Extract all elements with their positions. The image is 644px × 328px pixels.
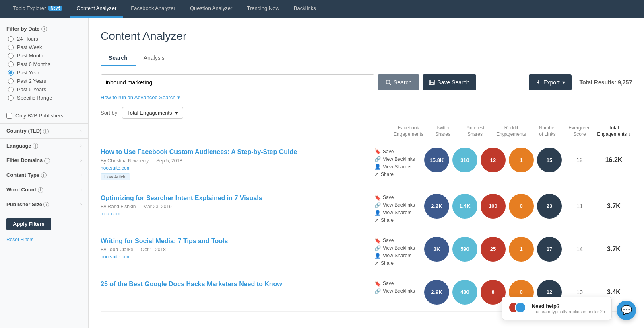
view-sharers-link-3[interactable]: 👤 View Sharers bbox=[374, 253, 423, 259]
article-title-1[interactable]: How to Use Facebook Custom Audiences: A … bbox=[101, 148, 370, 156]
search-input[interactable] bbox=[101, 74, 374, 90]
metric-facebook-4: 2.9K bbox=[424, 280, 449, 305]
article-title-2[interactable]: Optimizing for Searcher Intent Explained… bbox=[101, 194, 370, 203]
metric-twitter-3: 590 bbox=[452, 237, 477, 262]
metrics-row-1: 15.8K 310 12 1 15 12 16.2K bbox=[423, 148, 632, 172]
search-button[interactable]: Search bbox=[378, 74, 419, 90]
nav-trending-now[interactable]: Trending Now bbox=[240, 0, 285, 18]
metrics-row-3: 3K 590 25 1 17 14 3.7K bbox=[423, 237, 632, 262]
filter-domains[interactable]: Filter Domains i › bbox=[0, 153, 88, 168]
article-domain-1[interactable]: hootsuite.com bbox=[101, 165, 370, 171]
metric-pinterest-1: 12 bbox=[481, 148, 506, 172]
metric-reddit-3: 1 bbox=[509, 237, 534, 262]
save-link-3[interactable]: 🔖 Save bbox=[374, 238, 423, 244]
export-icon bbox=[535, 80, 541, 85]
tab-search[interactable]: Search bbox=[101, 51, 136, 66]
article-meta-1: By Christina Newberry — Sep 5, 2018 bbox=[101, 158, 370, 164]
nav-backlinks[interactable]: Backlinks bbox=[287, 0, 322, 18]
filter-word-count-chevron: › bbox=[80, 187, 82, 193]
sort-row: Sort by Total Engagements ▾ bbox=[101, 107, 632, 119]
nav-question-analyzer[interactable]: Question Analyzer bbox=[184, 0, 239, 18]
nav-topic-explorer-label: Topic Explorer bbox=[13, 5, 46, 11]
page-title: Content Analyzer bbox=[101, 30, 632, 43]
col-header-facebook: FacebookEngagements bbox=[390, 125, 427, 137]
help-subtitle: The team typically replies in under 2h bbox=[532, 309, 605, 314]
date-option-year[interactable]: Past Year bbox=[8, 70, 82, 76]
date-radio-month[interactable] bbox=[8, 53, 14, 59]
date-radio-6months[interactable] bbox=[8, 62, 14, 67]
export-button[interactable]: Export ▾ bbox=[529, 74, 571, 90]
bookmark-icon: 🔖 bbox=[374, 238, 381, 244]
link-icon: 🔗 bbox=[374, 245, 381, 251]
date-radio-range[interactable] bbox=[8, 95, 14, 101]
date-option-2years[interactable]: Past 2 Years bbox=[8, 78, 82, 84]
person-icon: 👤 bbox=[374, 210, 381, 216]
filter-country[interactable]: Country (TLD) i › bbox=[0, 123, 88, 138]
date-radio-week[interactable] bbox=[8, 45, 14, 50]
filter-word-count[interactable]: Word Count i › bbox=[0, 182, 88, 197]
save-search-button[interactable]: Save Search bbox=[423, 74, 476, 90]
col-header-pinterest: PinterestShares bbox=[459, 125, 491, 137]
view-backlinks-link-1[interactable]: 🔗 View Backlinks bbox=[374, 156, 423, 162]
filter-content-type[interactable]: Content Type i › bbox=[0, 168, 88, 182]
advanced-search-link[interactable]: How to run an Advanced Search ▾ bbox=[101, 94, 180, 100]
svg-point-0 bbox=[386, 80, 390, 84]
save-link-4[interactable]: 🔖 Save bbox=[374, 281, 423, 287]
date-radio-year[interactable] bbox=[8, 70, 14, 76]
b2b-publishers-checkbox[interactable] bbox=[6, 113, 12, 119]
filter-content-type-label: Content Type i bbox=[6, 172, 47, 178]
view-sharers-link-1[interactable]: 👤 View Sharers bbox=[374, 164, 423, 170]
date-option-week[interactable]: Past Week bbox=[8, 44, 82, 50]
view-backlinks-link-4[interactable]: 🔗 View Backlinks bbox=[374, 288, 423, 294]
view-backlinks-link-2[interactable]: 🔗 View Backlinks bbox=[374, 202, 423, 208]
tab-analysis[interactable]: Analysis bbox=[136, 51, 173, 66]
date-option-24h[interactable]: 24 Hours bbox=[8, 36, 82, 42]
date-option-range[interactable]: Specific Range bbox=[8, 95, 82, 101]
help-avatars bbox=[508, 302, 528, 315]
reset-filters-link[interactable]: Reset Filters bbox=[0, 237, 88, 242]
svg-rect-3 bbox=[431, 80, 433, 82]
date-option-6months[interactable]: Past 6 Months bbox=[8, 61, 82, 67]
column-headers: FacebookEngagements TwitterShares Pinter… bbox=[101, 125, 632, 141]
sort-dropdown[interactable]: Total Engagements ▾ bbox=[122, 107, 183, 119]
date-option-month[interactable]: Past Month bbox=[8, 53, 82, 59]
date-option-5years[interactable]: Past 5 Years bbox=[8, 86, 82, 92]
filter-date-info-icon[interactable]: i bbox=[41, 26, 47, 32]
article-title-3[interactable]: Writing for Social Media: 7 Tips and Too… bbox=[101, 237, 370, 246]
filter-domains-label: Filter Domains i bbox=[6, 157, 50, 164]
articles-list: How to Use Facebook Custom Audiences: A … bbox=[101, 141, 632, 312]
article-title-4[interactable]: 25 of the Best Google Docs Hacks Markete… bbox=[101, 280, 370, 289]
nav-facebook-analyzer[interactable]: Facebook Analyzer bbox=[124, 0, 182, 18]
share-link-1[interactable]: ↗ Share bbox=[374, 171, 423, 177]
b2b-publishers-checkbox-row[interactable]: Only B2B Publishers bbox=[0, 113, 88, 123]
sort-label: Sort by bbox=[101, 110, 117, 116]
filter-language[interactable]: Language i › bbox=[0, 138, 88, 153]
article-domain-2[interactable]: moz.com bbox=[101, 211, 370, 217]
metric-links-2: 23 bbox=[537, 194, 562, 219]
metric-facebook-1: 15.8K bbox=[424, 148, 449, 172]
metric-twitter-2: 1.4K bbox=[452, 194, 477, 219]
date-radio-24h[interactable] bbox=[8, 36, 14, 42]
filter-publisher-size-chevron: › bbox=[80, 201, 82, 207]
filter-publisher-size[interactable]: Publisher Size i › bbox=[0, 197, 88, 212]
save-link-1[interactable]: 🔖 Save bbox=[374, 148, 423, 154]
share-link-2[interactable]: ↗ Share bbox=[374, 217, 423, 223]
apply-filters-button[interactable]: Apply Filters bbox=[6, 218, 51, 230]
nav-topic-explorer[interactable]: Topic Explorer New! bbox=[6, 0, 68, 18]
article-actions-4: 🔖 Save 🔗 View Backlinks bbox=[374, 280, 423, 294]
chat-button[interactable]: 💬 bbox=[617, 301, 636, 320]
save-icon bbox=[429, 80, 435, 85]
date-radio-2years[interactable] bbox=[8, 78, 14, 84]
save-link-2[interactable]: 🔖 Save bbox=[374, 195, 423, 201]
nav-content-analyzer[interactable]: Content Analyzer bbox=[70, 0, 123, 18]
share-link-3[interactable]: ↗ Share bbox=[374, 260, 423, 266]
metric-pinterest-2: 100 bbox=[481, 194, 506, 219]
article-main-2: Optimizing for Searcher Intent Explained… bbox=[101, 194, 374, 219]
view-sharers-link-2[interactable]: 👤 View Sharers bbox=[374, 210, 423, 216]
search-bar-row: Search Save Search Export ▾ Total Result… bbox=[101, 74, 632, 90]
article-actions-1: 🔖 Save 🔗 View Backlinks 👤 View Sharers ↗… bbox=[374, 148, 423, 177]
total-results: Total Results: 9,757 bbox=[580, 79, 632, 86]
date-radio-5years[interactable] bbox=[8, 87, 14, 92]
view-backlinks-link-3[interactable]: 🔗 View Backlinks bbox=[374, 245, 423, 251]
article-domain-3[interactable]: hootsuite.com bbox=[101, 254, 370, 260]
